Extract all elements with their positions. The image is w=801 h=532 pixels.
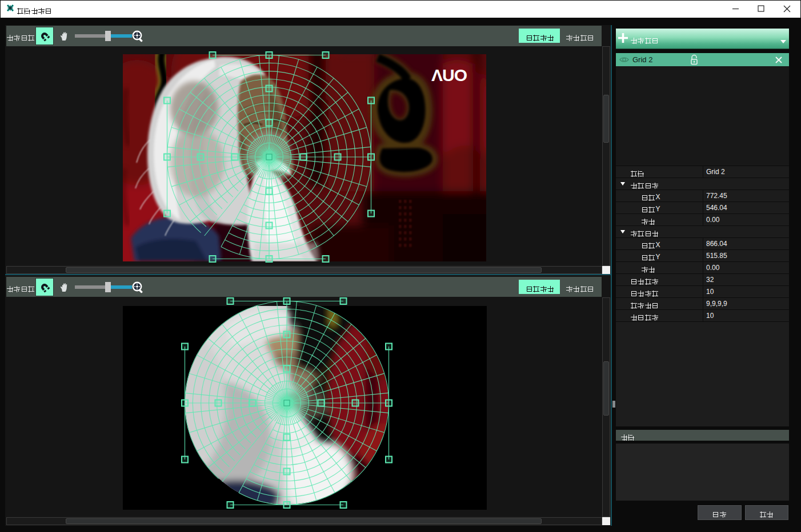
svg-text:ΛUO: ΛUO bbox=[431, 66, 467, 84]
